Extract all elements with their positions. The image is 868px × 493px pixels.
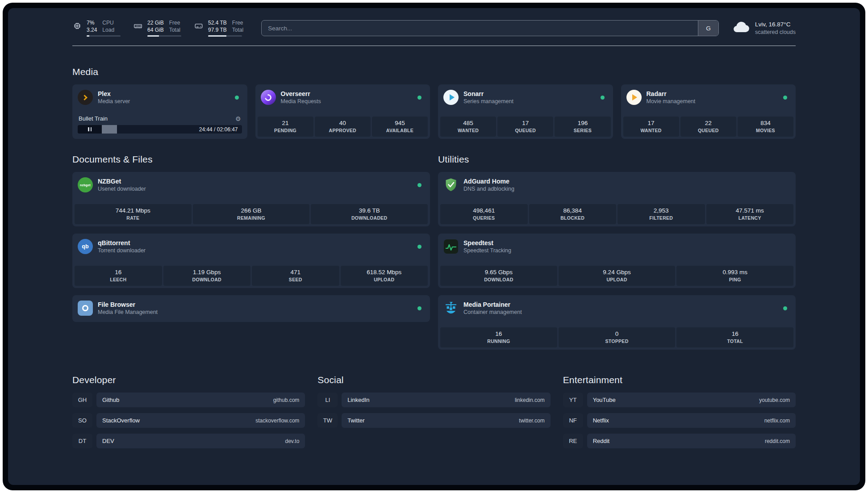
bookmark-name: StackOverflow [102,417,140,424]
portainer-link[interactable]: Media Portainer Container management [440,297,793,320]
service-card-portainer: Media Portainer Container management 16 … [438,295,796,350]
service-subtitle: Media File Management [98,309,158,315]
pause-button[interactable] [78,125,102,134]
disk-icon [194,20,204,33]
radarr-link[interactable]: Radarr Movie management [623,87,794,109]
service-subtitle: Movie management [647,98,696,104]
documents-column: Documents & Files nzbget NZBGet Usenet d… [72,139,430,350]
cpu-load: 3.24 [87,27,97,34]
bookmark-stackoverflow[interactable]: SO StackOverflow stackoverflow.com [72,413,305,428]
dashboard: 7% 3.24 CPU Load [8,8,860,485]
bookmarks: Developer GH Github github.com SO StackO… [72,375,796,454]
adguard-link[interactable]: AdGuard Home DNS and adblocking [440,174,793,196]
nzbget-link[interactable]: nzbget NZBGet Usenet downloader [75,174,428,196]
bookmark-name: Twitter [347,417,364,424]
topbar-divider [72,46,796,46]
bookmark-url: netflix.com [764,418,790,424]
service-name: Radarr [647,90,696,97]
bookmark-name: DEV [102,438,114,444]
bookmark-dev[interactable]: DT DEV dev.to [72,434,305,448]
plex-icon [78,90,93,105]
section-title-social: Social [317,375,550,385]
player-progress-fill [102,125,117,134]
search-provider-button[interactable]: G [698,21,718,36]
stat-seed: 471 SEED [252,266,339,286]
service-card-overseerr: Overseerr Media Requests 21 PENDING 40 A… [255,84,430,139]
bookmark-name: Github [102,397,119,403]
stat-queries: 498,461 QUERIES [440,204,528,224]
service-name: Overseerr [281,90,321,97]
section-title-documents: Documents & Files [72,154,430,165]
portainer-stats: 16 RUNNING 0 STOPPED 16 TOTAL [440,327,793,347]
utilities-column: Utilities [438,139,796,350]
cpu-label: CPU [102,20,114,27]
stat-pending: 21 PENDING [258,117,313,137]
bookmark-linkedin[interactable]: LI LinkedIn linkedin.com [317,393,550,407]
bookmark-name: Netflix [593,417,609,424]
filebrowser-link[interactable]: File Browser Media File Management [75,297,428,320]
status-dot [417,96,421,100]
service-card-sonarr: Sonarr Series management 485 WANTED 17 Q… [438,84,613,139]
qbittorrent-link[interactable]: qb qBittorrent Torrent downloader [75,236,428,258]
qbittorrent-stats: 16 LEECH 1.19 Gbps DOWNLOAD 471 SEED 6 [75,266,428,286]
section-title-media: Media [72,67,796,77]
plex-player-widget: Bullet Train ⚙ 24:44 / 02:06:47 [75,115,245,137]
stat-upload: 9.24 Gbps UPLOAD [559,266,676,286]
plex-link[interactable]: Plex Media server [75,87,245,109]
service-subtitle: Speedtest Tracking [463,247,511,254]
gear-icon[interactable]: ⚙ [235,116,241,122]
weather-condition: scattered clouds [755,29,796,35]
bookmark-abbr: GH [72,393,92,407]
bookmark-url: github.com [273,397,300,403]
stat-total: 16 TOTAL [676,327,793,347]
service-subtitle: Usenet downloader [98,186,146,192]
cpu-icon [72,20,82,33]
overseerr-stats: 21 PENDING 40 APPROVED 945 AVAILABLE [258,117,428,137]
cpu-load-label: Load [102,27,114,34]
topbar: 7% 3.24 CPU Load [72,20,796,37]
player-progress-bar: 24:44 / 02:06:47 [78,125,242,134]
search-bar: G [261,20,719,36]
adguard-shield-icon [443,177,459,192]
sonarr-link[interactable]: Sonarr Series management [440,87,611,109]
sonarr-stats: 485 WANTED 17 QUEUED 196 SERIES [440,117,611,137]
bookmark-url: stackoverflow.com [255,418,299,424]
service-subtitle: Series management [463,98,513,104]
search-input[interactable] [262,21,698,36]
speedtest-link[interactable]: Speedtest Speedtest Tracking [440,236,793,258]
portainer-icon [443,301,459,316]
disk-progress-bar [208,35,242,37]
cloud-icon [731,21,750,36]
adguard-stats: 498,461 QUERIES 86,384 BLOCKED 2,953 FIL… [440,204,793,224]
bookmark-url: linkedin.com [515,397,545,403]
cpu-widget: 7% 3.24 CPU Load [72,20,121,37]
service-card-plex: Plex Media server Bullet Train ⚙ 24:44 /… [72,84,247,139]
overseerr-link[interactable]: Overseerr Media Requests [258,87,428,109]
bookmark-reddit[interactable]: RE Reddit reddit.com [563,434,796,448]
stat-leech: 16 LEECH [75,266,162,286]
status-dot [417,183,421,187]
bookmark-github[interactable]: GH Github github.com [72,393,305,407]
stat-movies: 834 MOVIES [738,117,793,137]
now-playing-title: Bullet Train [79,115,108,122]
stat-download: 9.65 Gbps DOWNLOAD [440,266,557,286]
service-card-adguard: AdGuard Home DNS and adblocking 498,461 … [438,172,796,226]
status-dot [783,96,787,100]
status-dot [417,245,421,249]
bookmark-youtube[interactable]: YT YouTube youtube.com [563,393,796,407]
service-subtitle: Container management [463,309,522,315]
stat-wanted: 17 WANTED [623,117,679,137]
disk-total: 97.9 TB [208,27,227,34]
bookmark-netflix[interactable]: NF Netflix netflix.com [563,413,796,428]
service-card-filebrowser: File Browser Media File Management [72,295,430,322]
stat-stopped: 0 STOPPED [559,327,676,347]
stat-wanted: 485 WANTED [440,117,496,137]
section-title-utilities: Utilities [438,154,796,165]
service-name: Plex [98,90,130,97]
memory-total-label: Total [169,27,180,34]
service-name: NZBGet [98,178,146,185]
service-name: Sonarr [463,90,513,97]
bookmark-group-social: Social LI LinkedIn linkedin.com TW Twitt… [317,375,550,454]
memory-free-label: Free [169,20,180,27]
bookmark-twitter[interactable]: TW Twitter twitter.com [317,413,550,428]
